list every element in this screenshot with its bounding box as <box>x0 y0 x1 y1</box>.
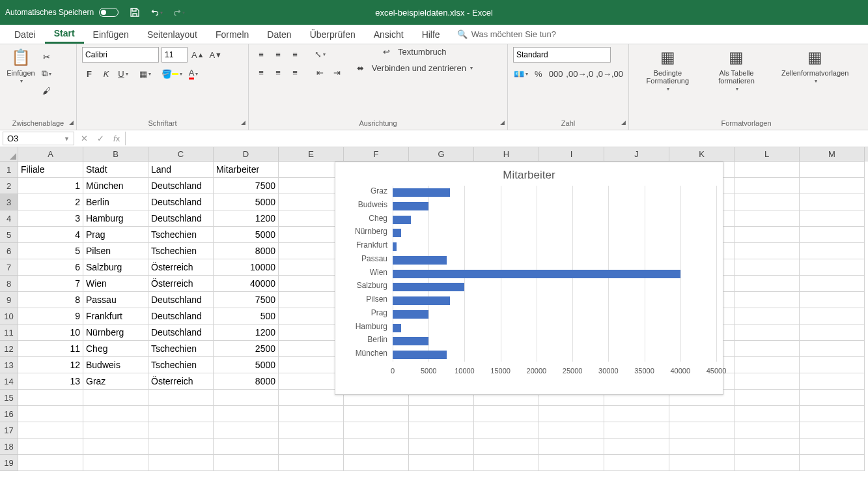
chart-bar[interactable]: Prag <box>393 310 428 319</box>
cell[interactable] <box>344 406 409 422</box>
fx-icon[interactable]: fx <box>113 134 120 143</box>
cell[interactable] <box>539 406 604 422</box>
cell[interactable] <box>18 455 83 471</box>
cell[interactable]: 3 <box>18 210 83 227</box>
percent-icon[interactable]: % <box>531 66 546 81</box>
cell[interactable] <box>735 194 800 210</box>
align-left-icon[interactable]: ≡ <box>254 65 268 79</box>
cell[interactable] <box>279 439 344 455</box>
cell[interactable] <box>474 439 539 455</box>
cell[interactable] <box>735 357 800 373</box>
row-header[interactable]: 9 <box>0 292 18 308</box>
chart-bar[interactable]: München <box>393 351 447 359</box>
tab-seitenlayout[interactable]: Seitenlayout <box>138 25 206 44</box>
cell[interactable] <box>83 406 148 422</box>
cell[interactable] <box>83 422 148 439</box>
cell[interactable]: 500 <box>214 308 279 324</box>
chart-bar[interactable]: Cheg <box>393 216 411 224</box>
cell[interactable]: Prag <box>83 227 148 243</box>
column-header[interactable]: G <box>409 147 474 162</box>
row-header[interactable]: 19 <box>0 455 18 471</box>
column-header[interactable]: D <box>214 147 279 162</box>
cell[interactable]: Graz <box>83 373 148 390</box>
redo-icon[interactable] <box>173 7 185 18</box>
cell[interactable] <box>539 455 604 471</box>
enter-formula-icon[interactable]: ✓ <box>97 134 104 143</box>
cell[interactable] <box>409 406 474 422</box>
cell[interactable]: Filiale <box>18 162 83 178</box>
chart-bar[interactable]: Budweis <box>393 202 428 210</box>
cell[interactable]: Pilsen <box>83 243 148 259</box>
format-painter-icon[interactable]: 🖌 <box>39 83 53 98</box>
formula-input[interactable] <box>125 132 865 145</box>
orientation-icon[interactable]: ⤡ <box>313 47 327 61</box>
cell[interactable] <box>214 455 279 471</box>
cell[interactable] <box>800 243 865 259</box>
cell[interactable]: 8 <box>18 292 83 308</box>
cell[interactable]: Frankfurt <box>83 308 148 324</box>
chart-bar[interactable]: Graz <box>393 188 450 197</box>
cell[interactable]: 5000 <box>214 227 279 243</box>
cell[interactable]: 2500 <box>214 341 279 357</box>
thousands-icon[interactable]: 000 <box>548 66 564 81</box>
bold-button[interactable]: F <box>82 66 96 81</box>
cell[interactable] <box>800 390 865 406</box>
row-header[interactable]: 2 <box>0 178 18 194</box>
cell[interactable] <box>669 439 735 455</box>
cell[interactable] <box>669 406 735 422</box>
tab-ansicht[interactable]: Ansicht <box>365 25 413 44</box>
cell[interactable] <box>735 439 800 455</box>
cell[interactable]: Nürnberg <box>83 324 148 341</box>
row-header[interactable]: 4 <box>0 210 18 227</box>
cell[interactable] <box>735 259 800 276</box>
cell[interactable]: 8000 <box>214 243 279 259</box>
dialog-launcher-icon[interactable]: ◢ <box>498 119 506 127</box>
cell[interactable]: 10000 <box>214 259 279 276</box>
cell[interactable]: 7500 <box>214 292 279 308</box>
cell[interactable] <box>735 390 800 406</box>
cell[interactable]: 5000 <box>214 357 279 373</box>
column-header[interactable]: A <box>18 147 83 162</box>
dialog-launcher-icon[interactable]: ◢ <box>619 119 627 127</box>
cell[interactable] <box>344 422 409 439</box>
cell[interactable]: 1 <box>18 178 83 194</box>
cell[interactable]: Passau <box>83 292 148 308</box>
chart-bar[interactable]: Wien <box>393 270 680 278</box>
cell[interactable] <box>344 455 409 471</box>
chart-bar[interactable]: Salzburg <box>393 283 464 291</box>
column-header[interactable]: J <box>604 147 669 162</box>
cell[interactable] <box>474 422 539 439</box>
cell[interactable]: 1200 <box>214 324 279 341</box>
cell[interactable] <box>474 406 539 422</box>
cell[interactable] <box>148 422 214 439</box>
cell[interactable] <box>669 455 735 471</box>
cell[interactable]: 9 <box>18 308 83 324</box>
cell[interactable] <box>800 439 865 455</box>
cell[interactable] <box>735 422 800 439</box>
cell[interactable] <box>279 455 344 471</box>
dialog-launcher-icon[interactable]: ◢ <box>239 119 247 127</box>
save-icon[interactable] <box>129 7 141 18</box>
cell[interactable] <box>735 406 800 422</box>
row-header[interactable]: 6 <box>0 243 18 259</box>
cell[interactable] <box>735 455 800 471</box>
tell-me-search[interactable]: 🔍Was möchten Sie tun? <box>457 25 556 44</box>
wrap-text-button[interactable]: ↩ Textumbruch <box>356 47 474 57</box>
cell[interactable] <box>735 210 800 227</box>
column-header[interactable]: I <box>539 147 604 162</box>
dialog-launcher-icon[interactable]: ◢ <box>67 119 75 127</box>
tab-formeln[interactable]: Formeln <box>206 25 258 44</box>
cell[interactable]: 13 <box>18 373 83 390</box>
cell[interactable] <box>800 162 865 178</box>
cell[interactable] <box>279 210 344 227</box>
cell[interactable] <box>800 357 865 373</box>
cell[interactable] <box>18 390 83 406</box>
cell[interactable]: Land <box>148 162 214 178</box>
cell[interactable] <box>18 406 83 422</box>
cell[interactable] <box>148 455 214 471</box>
cut-icon[interactable]: ✂ <box>39 50 53 64</box>
cell[interactable]: Deutschland <box>148 324 214 341</box>
decrease-indent-icon[interactable]: ⇤ <box>313 65 327 79</box>
tab-datei[interactable]: Datei <box>5 25 45 44</box>
align-right-icon[interactable]: ≡ <box>288 65 302 79</box>
